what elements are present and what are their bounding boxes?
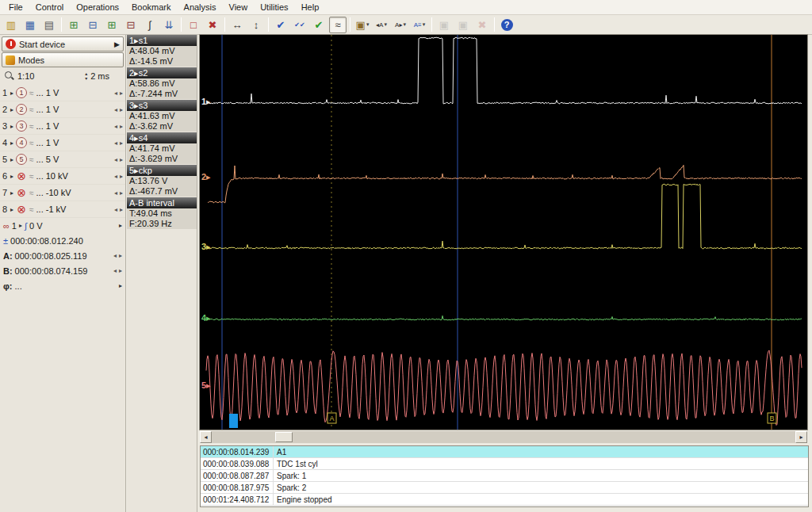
marker-a-right-icon[interactable]: ▸	[119, 252, 122, 259]
scroll-right-button[interactable]: ▸	[795, 431, 807, 443]
menu-utilities[interactable]: Utilities	[254, 1, 294, 13]
measurement-header[interactable]: 1▸s1	[127, 35, 197, 46]
channel-disabled-icon[interactable]: ⊗	[16, 187, 27, 198]
channel-scale-decrease-icon[interactable]: ◂	[114, 173, 117, 180]
channel-scale-label[interactable]: ... 1 V	[36, 121, 112, 131]
channel-badge-icon[interactable]: 3	[16, 120, 27, 132]
channel-row-1[interactable]: 1▸1≈... 1 V◂▸	[0, 85, 125, 101]
channel-scale-decrease-icon[interactable]: ◂	[114, 156, 117, 163]
channel-row-8[interactable]: 8▸⊗≈... -1 kV◂▸	[0, 201, 125, 218]
channel-scale-increase-icon[interactable]: ▸	[120, 206, 123, 213]
channel-scale-label[interactable]: ... 10 kV	[36, 171, 112, 181]
scope-label-ch4[interactable]: 4▸	[201, 313, 211, 323]
measurement-header[interactable]: 5▸ckp	[127, 165, 197, 176]
channel-scale-label[interactable]: ... -1 kV	[36, 204, 112, 214]
menu-control[interactable]: Control	[29, 1, 70, 13]
quick-check-button[interactable]: ✔	[310, 17, 327, 33]
copy-image-button[interactable]: ⊞	[65, 17, 82, 33]
channel-disabled-icon[interactable]: ⊗	[16, 204, 27, 215]
channel-badge-icon[interactable]: 4	[16, 137, 27, 148]
event-row[interactable]: 000:00:08.039.088 TDC 1st cyl	[201, 458, 808, 470]
marker-b-left-icon[interactable]: ◂	[113, 267, 117, 274]
prev-bookmark-button[interactable]: ◂A▾	[373, 17, 390, 33]
timebase-spinner-icon[interactable]: ▴▾	[85, 71, 87, 81]
next-bookmark-button[interactable]: A▸▾	[392, 17, 409, 33]
marker-b-right-icon[interactable]: ▸	[119, 267, 122, 274]
select-frame-button[interactable]: □	[185, 17, 202, 33]
menu-bookmark[interactable]: Bookmark	[125, 1, 178, 13]
menu-operations[interactable]: Operations	[70, 1, 125, 13]
channel-disabled-icon[interactable]: ⊗	[16, 170, 27, 181]
channel-scale-increase-icon[interactable]: ▸	[120, 173, 123, 180]
sort-traces-button[interactable]: ⇊	[160, 17, 178, 33]
menu-file[interactable]: File	[2, 1, 29, 13]
dropdown-arrow-icon[interactable]: ▾	[384, 21, 387, 28]
report-button[interactable]: ▣▾	[354, 17, 371, 33]
trigger-channel[interactable]: 1	[12, 221, 17, 231]
marker-a-row[interactable]: A: 000:00:08.025.119 ◂ ▸	[0, 248, 125, 263]
scope-label-ch2[interactable]: 2▸	[201, 172, 211, 182]
help-button[interactable]: ?	[498, 17, 515, 33]
trigger-more-icon[interactable]: ▸	[119, 222, 122, 229]
channel-scale-increase-icon[interactable]: ▸	[120, 106, 123, 113]
scroll-track[interactable]	[212, 431, 795, 443]
marker-a-left-icon[interactable]: ◂	[113, 252, 117, 259]
zoom-value[interactable]: 1:10	[17, 71, 34, 81]
channel-scale-increase-icon[interactable]: ▸	[120, 156, 123, 163]
measurement-header[interactable]: 2▸s2	[127, 67, 197, 78]
channel-scale-decrease-icon[interactable]: ◂	[114, 106, 117, 113]
event-row[interactable]: 000:00:08.187.975 Spark: 2	[201, 482, 808, 494]
channel-scale-label[interactable]: ... 1 V	[36, 138, 112, 147]
curve-button[interactable]: ∫	[141, 17, 159, 33]
cursor-time-row[interactable]: ± 000:00:08.012.240	[0, 233, 125, 248]
channel-scale-decrease-icon[interactable]: ◂	[114, 123, 117, 130]
channel-row-4[interactable]: 4▸4≈... 1 V◂▸	[0, 135, 125, 151]
channel-scale-label[interactable]: ... 1 V	[36, 88, 112, 97]
dropdown-arrow-icon[interactable]: ▾	[403, 21, 406, 28]
event-row[interactable]: 000:00:08.087.287 Spark: 1	[201, 470, 808, 482]
start-device-dropdown-icon[interactable]: ▶	[114, 40, 120, 48]
channel-scale-decrease-icon[interactable]: ◂	[114, 189, 117, 197]
channel-scale-increase-icon[interactable]: ▸	[120, 123, 123, 130]
menu-help[interactable]: Help	[295, 1, 326, 13]
scroll-left-button[interactable]: ◂	[200, 431, 212, 443]
channel-badge-icon[interactable]: 5	[16, 154, 27, 165]
phase-row[interactable]: φ: ... ▸	[0, 278, 125, 293]
channel-scale-label[interactable]: ... 5 V	[36, 155, 112, 164]
menu-view[interactable]: View	[223, 1, 255, 13]
channel-badge-icon[interactable]: 2	[16, 104, 27, 115]
channel-dropdown-icon[interactable]: ▸	[10, 90, 13, 97]
dropdown-arrow-icon[interactable]: ▾	[366, 21, 370, 28]
scope-label-ch3[interactable]: 3▸	[201, 242, 211, 252]
scope-label-ch5[interactable]: 5▸	[201, 380, 211, 391]
channel-dropdown-icon[interactable]: ▸	[10, 139, 13, 147]
channel-row-3[interactable]: 3▸3≈... 1 V◂▸	[0, 118, 125, 135]
scroll-thumb[interactable]	[275, 432, 293, 442]
open-button[interactable]: ▥	[2, 17, 20, 33]
dropdown-arrow-icon[interactable]: ▾	[423, 21, 426, 28]
load-signal-button[interactable]: ⊞	[103, 17, 121, 33]
channel-scale-label[interactable]: ... -10 kV	[36, 188, 112, 197]
channel-row-5[interactable]: 5▸5≈... 5 V◂▸	[0, 151, 125, 168]
channel-row-2[interactable]: 2▸2≈... 1 V◂▸	[0, 101, 125, 118]
channel-scale-decrease-icon[interactable]: ◂	[114, 90, 117, 97]
script-view-button[interactable]: ≈	[329, 17, 347, 33]
measurement-header[interactable]: A-B interval	[127, 197, 197, 208]
channel-dropdown-icon[interactable]: ▸	[10, 123, 13, 130]
save-button[interactable]: ▦	[21, 17, 39, 33]
event-row[interactable]: 000:00:08.014.239 A1	[201, 446, 808, 458]
modes-button[interactable]: Modes	[2, 52, 124, 67]
channel-badge-icon[interactable]: 1	[16, 87, 27, 98]
measurement-header[interactable]: 3▸s3	[127, 100, 197, 111]
channel-dropdown-icon[interactable]: ▸	[10, 206, 13, 213]
trigger-level[interactable]: 0 V	[29, 221, 43, 231]
channel-scale-decrease-icon[interactable]: ◂	[114, 139, 117, 147]
trigger-channel-arrow-icon[interactable]: ▸	[19, 222, 22, 229]
marker-b-row[interactable]: B: 000:00:08.074.159 ◂ ▸	[0, 263, 125, 278]
bookmark-list-button[interactable]: A≡▾	[411, 17, 428, 33]
trigger-position-mark[interactable]	[229, 414, 238, 428]
start-device-button[interactable]: Start device ▶	[2, 36, 124, 52]
measurement-header[interactable]: 4▸s4	[127, 132, 197, 143]
channel-scale-increase-icon[interactable]: ▸	[120, 189, 123, 197]
channel-scale-increase-icon[interactable]: ▸	[120, 139, 123, 147]
